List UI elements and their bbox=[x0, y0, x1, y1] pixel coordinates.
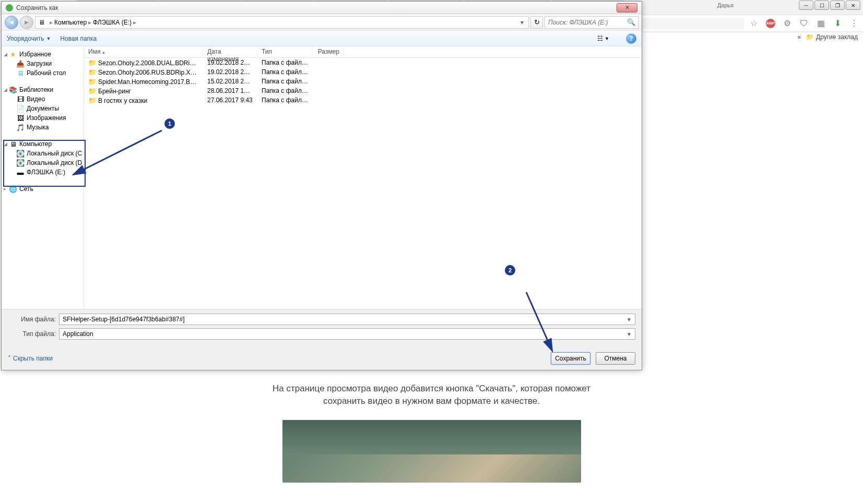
breadcrumb[interactable]: 🖥 ▸ Компьютер ▸ ФЛЭШКА (E:) ▸ ▾ bbox=[35, 16, 529, 29]
list-header: Имя▲ Дата изменения Тип Размер bbox=[84, 46, 642, 58]
ext-icon[interactable]: ▦ bbox=[816, 19, 825, 28]
minimize-button[interactable]: ─ bbox=[799, 1, 813, 10]
folder-icon: 📁 bbox=[806, 33, 814, 41]
list-icon: ☷ bbox=[597, 35, 603, 42]
page-text-line: На странице просмотра видео добавится кн… bbox=[0, 382, 863, 395]
video-icon: 🎞 bbox=[16, 95, 25, 103]
overflow-icon[interactable]: » bbox=[797, 33, 801, 41]
abp-icon[interactable]: ABP bbox=[766, 19, 775, 28]
page-text-line: сохранить видео в нужном вам формате и к… bbox=[0, 395, 863, 407]
video-thumbnail[interactable] bbox=[282, 420, 581, 483]
search-icon[interactable]: 🔍 bbox=[627, 18, 635, 26]
svg-line-1 bbox=[526, 292, 552, 351]
svg-line-0 bbox=[73, 130, 162, 175]
dialog-title: Сохранить как bbox=[16, 4, 58, 11]
library-icon: 📚 bbox=[9, 86, 17, 94]
folder-icon: 📁 bbox=[88, 87, 97, 95]
music-icon: 🎵 bbox=[16, 123, 25, 131]
computer-icon: 🖥 bbox=[38, 18, 46, 27]
disk-icon: 💽 bbox=[16, 149, 25, 158]
annotation-arrow-2 bbox=[522, 290, 564, 357]
folder-icon: 📁 bbox=[88, 78, 97, 86]
window-controls: ─ ☐ ❐ ✕ bbox=[799, 1, 860, 10]
close-button[interactable]: ✕ bbox=[846, 1, 860, 10]
folder-icon: 📁 bbox=[88, 68, 97, 76]
chevron-down-icon[interactable]: ▼ bbox=[626, 317, 632, 322]
col-size[interactable]: Размер bbox=[313, 46, 344, 57]
disk-icon: 💽 bbox=[16, 159, 25, 167]
col-name[interactable]: Имя▲ bbox=[84, 46, 203, 57]
sort-asc-icon: ▲ bbox=[101, 50, 105, 55]
network-icon: 🌐 bbox=[9, 185, 17, 193]
close-button[interactable]: ✕ bbox=[617, 3, 637, 13]
page-content: На странице просмотра видео добавится кн… bbox=[0, 373, 863, 483]
usb-icon: ▬ bbox=[16, 168, 25, 176]
search-box[interactable]: 🔍 bbox=[545, 16, 639, 29]
table-row[interactable]: 📁В гостях у сказки27.06.2017 9:43Папка с… bbox=[84, 95, 642, 105]
tree-downloads[interactable]: 📥Загрузки bbox=[2, 59, 84, 68]
menu-icon[interactable]: ⋮ bbox=[849, 19, 859, 28]
tree-videos[interactable]: 🎞Видео bbox=[2, 94, 84, 104]
col-date[interactable]: Дата изменения bbox=[203, 46, 257, 57]
col-type[interactable]: Тип bbox=[257, 46, 313, 57]
tree-favorites[interactable]: ◢★Избранное bbox=[2, 50, 84, 59]
filename-label: Имя файла: bbox=[8, 316, 59, 323]
search-input[interactable] bbox=[548, 19, 627, 26]
star-icon: ★ bbox=[9, 50, 17, 58]
back-button[interactable]: ◄ bbox=[5, 16, 18, 29]
bookmark-other[interactable]: 📁Другие заклад bbox=[806, 33, 858, 41]
table-row[interactable]: 📁Sezon.Ohoty.2.2008.DUAL.BDRip.RERip.X..… bbox=[84, 58, 642, 67]
annotation-arrow-1 bbox=[68, 125, 172, 183]
organize-button[interactable]: Упорядочить ▼ bbox=[7, 35, 51, 42]
filetype-label: Тип файла: bbox=[8, 330, 59, 338]
chevron-up-icon: ˄ bbox=[8, 355, 11, 362]
crumb[interactable]: ФЛЭШКА (E:) bbox=[93, 19, 132, 26]
chevron-down-icon[interactable]: ▼ bbox=[626, 331, 632, 337]
hide-folders-button[interactable]: ˄Скрыть папки bbox=[8, 355, 53, 362]
annotation-badge-1: 1 bbox=[164, 118, 175, 129]
ext-icon[interactable]: ⬇ bbox=[833, 19, 842, 28]
new-folder-button[interactable]: Новая папка bbox=[60, 35, 97, 42]
view-button[interactable]: ☷ ▼ bbox=[594, 33, 612, 44]
shield-icon[interactable]: 🛡 bbox=[799, 19, 809, 28]
restore-button[interactable]: ❐ bbox=[830, 1, 845, 10]
tree-desktop[interactable]: 🖥Рабочий стол bbox=[2, 68, 84, 78]
document-icon: 📄 bbox=[16, 104, 25, 113]
chevron-down-icon: ▼ bbox=[605, 36, 609, 41]
app-icon bbox=[6, 4, 13, 11]
desktop-icon: 🖥 bbox=[16, 69, 25, 77]
computer-icon: 🖥 bbox=[9, 140, 17, 148]
tree-pictures[interactable]: 🖼Изображения bbox=[2, 113, 84, 123]
cancel-button[interactable]: Отмена bbox=[596, 352, 635, 365]
table-row[interactable]: 📁Брейн-ринг28.06.2017 15:14Папка с файла… bbox=[84, 86, 642, 95]
bookmarks-bar: » 📁Другие заклад bbox=[792, 31, 863, 43]
chevron-down-icon: ▼ bbox=[46, 36, 51, 41]
table-row[interactable]: 📁Sezon.Ohoty.2006.RUS.BDRip.XviD.AC3.-..… bbox=[84, 67, 642, 77]
forward-button[interactable]: ► bbox=[20, 16, 33, 29]
download-icon: 📥 bbox=[16, 59, 25, 68]
dialog-toolbar: Упорядочить ▼ Новая папка ☷ ▼ ? bbox=[2, 31, 642, 46]
annotation-badge-2: 2 bbox=[505, 265, 515, 275]
user-badge[interactable]: Дарья bbox=[713, 1, 738, 9]
folder-icon: 📁 bbox=[88, 97, 97, 104]
chevron-down-icon[interactable]: ▾ bbox=[518, 19, 526, 26]
settings-icon[interactable]: ⚙ bbox=[783, 19, 792, 28]
tree-network[interactable]: ▸🌐Сеть bbox=[2, 184, 84, 194]
picture-icon: 🖼 bbox=[16, 114, 25, 122]
tree-libraries[interactable]: ◢📚Библиотеки bbox=[2, 85, 84, 94]
star-icon[interactable]: ☆ bbox=[749, 19, 759, 28]
crumb[interactable]: Компьютер bbox=[54, 19, 87, 26]
refresh-button[interactable]: ↻ bbox=[530, 16, 543, 29]
tree-documents[interactable]: 📄Документы bbox=[2, 104, 84, 113]
help-button[interactable]: ? bbox=[626, 33, 636, 44]
dialog-nav: ◄ ► 🖥 ▸ Компьютер ▸ ФЛЭШКА (E:) ▸ ▾ ↻ 🔍 bbox=[2, 14, 642, 31]
folder-icon: 📁 bbox=[88, 59, 97, 67]
maximize-button[interactable]: ☐ bbox=[814, 1, 829, 10]
table-row[interactable]: 📁Spider.Man.Homecoming.2017.BDRip.1.4...… bbox=[84, 77, 642, 86]
dialog-titlebar[interactable]: Сохранить как ✕ bbox=[2, 2, 642, 14]
